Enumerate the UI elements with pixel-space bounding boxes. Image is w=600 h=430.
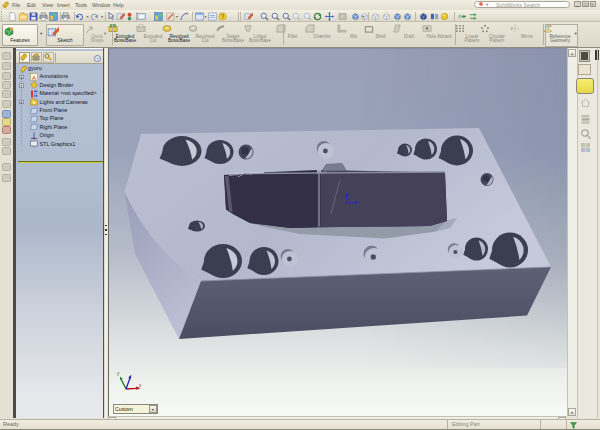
svg-text:A: A	[32, 75, 36, 81]
